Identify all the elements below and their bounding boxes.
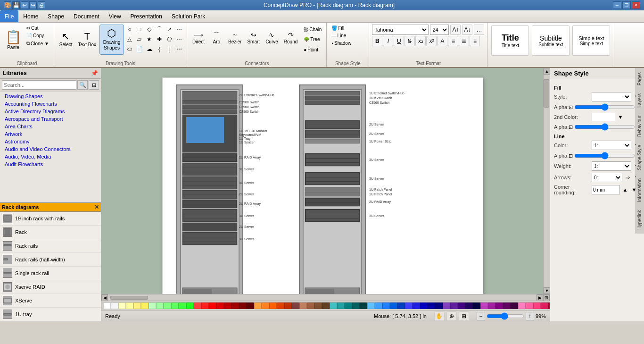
tab-information[interactable]: Information <box>636 174 644 206</box>
quick-redo-icon[interactable]: ↪ <box>29 1 37 9</box>
title-text-style[interactable]: Title Title text <box>491 25 529 56</box>
text-box-button[interactable]: T Text Box <box>76 25 99 55</box>
bezier-connector[interactable]: ~ Bezier <box>226 25 244 52</box>
font-grow-btn[interactable]: A↑ <box>450 25 461 35</box>
shape-more3[interactable]: ⋯ <box>174 44 184 54</box>
shadow-button[interactable]: ▪ Shadow <box>330 40 353 47</box>
color-swatch[interactable] <box>397 302 405 309</box>
color-swatch[interactable] <box>194 302 201 309</box>
color-swatch[interactable] <box>186 302 194 309</box>
color-swatch[interactable] <box>382 302 390 309</box>
color-swatch[interactable] <box>126 302 133 309</box>
shape-more2[interactable]: ⋯ <box>174 34 184 44</box>
color-swatch[interactable] <box>526 302 533 309</box>
h-scroll-track[interactable] <box>108 295 537 300</box>
shape-cloud[interactable]: ☁ <box>145 44 154 54</box>
color-swatch[interactable] <box>428 302 435 309</box>
rack-item-3[interactable]: Rack rails (half-width) <box>0 253 101 267</box>
color-swatch[interactable] <box>118 302 126 309</box>
fill-style-select[interactable] <box>592 92 631 101</box>
rack-section-close[interactable]: ✕ <box>94 204 99 210</box>
corner-rounding-input[interactable] <box>592 185 620 194</box>
chain-connector[interactable]: ⛓ Chain <box>302 26 323 33</box>
h-scroll-thumb[interactable] <box>110 296 148 300</box>
shape-bracket[interactable]: [ <box>165 44 174 54</box>
quick-print-icon[interactable]: 🖨 <box>38 1 45 9</box>
paste-button[interactable]: 📋 Paste <box>3 25 24 55</box>
zoom-out-btn[interactable]: − <box>477 312 485 320</box>
underline-button[interactable]: U <box>394 36 404 46</box>
arc-connector[interactable]: ⌒ Arc <box>208 25 225 52</box>
pin-icon[interactable]: 📌 <box>91 70 98 76</box>
minimize-btn[interactable]: ─ <box>613 1 621 9</box>
zoom-fit-btn[interactable]: ⊕ <box>446 311 457 321</box>
scroll-thumb[interactable] <box>544 79 549 108</box>
shape-star[interactable]: ★ <box>145 34 154 44</box>
color-swatch[interactable] <box>465 302 473 309</box>
expand-btn[interactable]: ⊞ <box>543 294 550 301</box>
rack-item-5[interactable]: Xserve RAID <box>0 280 101 294</box>
menu-home[interactable]: Home <box>18 10 43 22</box>
search-input[interactable] <box>2 80 76 90</box>
second-color-box[interactable] <box>592 113 615 121</box>
tab-layers[interactable]: Layers <box>636 89 644 111</box>
rack-item-7[interactable]: 1U tray <box>0 308 101 321</box>
color-swatch[interactable] <box>511 302 518 309</box>
color-swatch[interactable] <box>164 302 171 309</box>
color-swatch[interactable] <box>103 302 111 309</box>
scroll-down-btn[interactable]: ▼ <box>544 287 550 294</box>
color-swatch[interactable] <box>503 302 511 309</box>
color-swatch[interactable] <box>390 302 397 309</box>
point-connector[interactable]: ● Point <box>302 46 323 53</box>
color-swatch[interactable] <box>292 302 299 309</box>
lib-drawing-shapes[interactable]: Drawing Shapes <box>1 92 100 100</box>
color-swatch[interactable] <box>405 302 413 309</box>
color-swatch[interactable] <box>360 302 367 309</box>
drawing-shapes-button[interactable]: ⬡ Drawing Shapes <box>99 25 124 55</box>
color-swatch[interactable] <box>450 302 458 309</box>
scroll-up-btn[interactable]: ▲ <box>544 68 550 75</box>
font-select[interactable]: Tahoma <box>372 25 429 35</box>
color-swatch[interactable] <box>458 302 465 309</box>
menu-file[interactable]: File <box>0 10 18 22</box>
page-fit-btn[interactable]: ⊞ <box>459 311 469 321</box>
color-swatch[interactable] <box>541 302 548 309</box>
color-swatch[interactable] <box>156 302 164 309</box>
vertical-scrollbar[interactable]: ▲ ▼ <box>543 68 550 294</box>
close-btn[interactable]: ✕ <box>632 1 640 9</box>
shape-parallelogram[interactable]: ▱ <box>135 34 144 44</box>
italic-button[interactable]: I <box>383 36 393 46</box>
color-swatch[interactable] <box>133 302 141 309</box>
color-swatch[interactable] <box>413 302 420 309</box>
color-swatch[interactable] <box>141 302 149 309</box>
color-swatch[interactable] <box>284 302 292 309</box>
color-swatch[interactable] <box>352 302 360 309</box>
menu-document[interactable]: Document <box>69 10 104 22</box>
zoom-in-btn[interactable]: + <box>526 312 534 320</box>
corner-up-btn[interactable]: ▲ <box>621 186 629 193</box>
color-swatch[interactable] <box>337 302 345 309</box>
text-align-center[interactable]: ≣ <box>459 36 469 46</box>
shape-cross[interactable]: ✚ <box>155 34 164 44</box>
color-swatch[interactable] <box>533 302 541 309</box>
app-icon[interactable]: 🎨 <box>4 1 11 9</box>
bold-button[interactable]: B <box>372 36 382 46</box>
tree-connector[interactable]: 🌳 Tree <box>302 36 323 43</box>
lib-audio-video-connectors[interactable]: Audio and Video Connectors <box>1 145 100 153</box>
color-swatch[interactable] <box>299 302 307 309</box>
rack-item-2[interactable]: Rack rails <box>0 239 101 253</box>
shape-note[interactable]: 📄 <box>135 44 144 54</box>
line-button[interactable]: — Line <box>330 32 348 39</box>
shape-arc[interactable]: ⌒ <box>155 25 164 34</box>
text-align-left[interactable]: ≡ <box>448 36 458 46</box>
color-swatch[interactable] <box>345 302 352 309</box>
curve-connector[interactable]: ∿ Curve <box>263 25 281 52</box>
shape-arrow[interactable]: ↗ <box>165 25 174 34</box>
color-swatch[interactable] <box>480 302 488 309</box>
color-swatch[interactable] <box>322 302 330 309</box>
restore-btn[interactable]: ❐ <box>622 1 631 9</box>
color-swatch[interactable] <box>224 302 231 309</box>
lib-area-charts[interactable]: Area Charts <box>1 123 100 130</box>
simple-text-style[interactable]: Simple text Simple text <box>572 25 610 56</box>
color-swatch[interactable] <box>111 302 118 309</box>
